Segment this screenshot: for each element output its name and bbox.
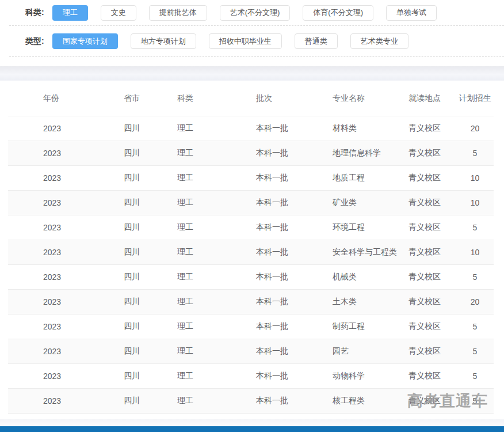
subject-options: 理工文史提前批艺体艺术(不分文理)体育(不分文理)单独考试 [52,5,449,21]
table-row: 2023四川理工本科一批材料类青义校区20 [8,116,494,141]
table-row: 2023四川理工本科一批安全科学与工程类青义校区10 [8,240,494,264]
table-cell: 20 [456,116,494,141]
table-cell: 土木类 [333,289,408,314]
table-cell: 制药工程 [333,314,408,339]
table-cell: 本科一批 [256,240,333,264]
table-cell: 10 [456,165,494,190]
table-cell: 青义校区 [408,215,456,240]
table-cell: 青义校区 [408,141,456,165]
type-filter-row: 类型: 国家专项计划地方专项计划招收中职毕业生普通类艺术类专业 [0,26,504,56]
table-cell: 理工 [177,264,256,289]
subject-option-2[interactable]: 文史 [101,5,136,21]
table-row: 2023四川理工本科一批土木类青义校区20 [8,289,494,314]
table-cell: 四川 [124,264,177,289]
table-cell: 机械类 [333,264,408,289]
table-cell: 动物科学 [333,363,408,388]
footer-gap [0,419,504,426]
column-header-4: 批次 [256,81,333,116]
filter-panel: 科类: 理工文史提前批艺体艺术(不分文理)体育(不分文理)单独考试 类型: 国家… [0,0,504,66]
table-cell: 2023 [8,240,124,264]
table-row: 2023四川理工本科一批核工程类青义校区5 [8,388,494,413]
table-cell: 2023 [8,363,124,388]
table-row: 2023四川理工本科一批园艺青义校区5 [8,339,494,363]
table-cell: 10 [456,190,494,215]
table-cell: 四川 [124,165,177,190]
type-option-3[interactable]: 招收中职毕业生 [209,33,282,49]
table-cell: 本科一批 [256,363,333,388]
table-cell: 2023 [8,388,124,413]
table-header-row: 年份省市科类批次专业名称就读地点计划招生 [8,81,494,116]
table-cell: 地质工程 [333,165,408,190]
subject-option-5[interactable]: 体育(不分文理) [303,5,373,21]
table-cell: 5 [456,339,494,363]
table-row: 2023四川理工本科一批地理信息科学青义校区5 [8,141,494,165]
table-body: 2023四川理工本科一批材料类青义校区202023四川理工本科一批地理信息科学青… [8,116,494,413]
table-cell: 20 [456,289,494,314]
table-cell: 理工 [177,289,256,314]
column-header-1: 年份 [8,81,124,116]
table-row: 2023四川理工本科一批矿业类青义校区10 [8,190,494,215]
type-filter-label: 类型: [25,36,44,47]
section-gap-band [0,66,504,81]
table-cell: 5 [456,388,494,413]
type-option-1[interactable]: 国家专项计划 [52,33,118,49]
table-cell: 四川 [124,240,177,264]
table-cell: 本科一批 [256,314,333,339]
table-cell: 青义校区 [408,314,456,339]
table-cell: 四川 [124,314,177,339]
panel-bottom-pad [0,57,504,66]
table-cell: 材料类 [333,116,408,141]
table-row: 2023四川理工本科一批机械类青义校区5 [8,264,494,289]
subject-option-4[interactable]: 艺术(不分文理) [220,5,291,21]
table-cell: 四川 [124,116,177,141]
results-card: 年份省市科类批次专业名称就读地点计划招生 2023四川理工本科一批材料类青义校区… [8,81,494,419]
type-option-2[interactable]: 地方专项计划 [131,33,196,49]
table-cell: 2023 [8,190,124,215]
subject-filter-row: 科类: 理工文史提前批艺体艺术(不分文理)体育(不分文理)单独考试 [0,0,504,25]
type-option-4[interactable]: 普通类 [295,33,338,49]
table-cell: 2023 [8,314,124,339]
table-cell: 青义校区 [408,388,456,413]
table-cell: 四川 [124,289,177,314]
table-row: 2023四川理工本科一批环境工程青义校区5 [8,215,494,240]
table-cell: 理工 [177,116,256,141]
table-cell: 四川 [124,388,177,413]
table-cell: 地理信息科学 [333,141,408,165]
table-cell: 青义校区 [408,190,456,215]
column-header-6: 就读地点 [408,81,456,116]
table-cell: 5 [456,314,494,339]
table-cell: 理工 [177,190,256,215]
type-option-5[interactable]: 艺术类专业 [350,33,408,49]
table-cell: 理工 [177,141,256,165]
subject-option-1[interactable]: 理工 [52,5,88,21]
subject-filter-label: 科类: [25,7,44,18]
table-cell: 2023 [8,264,124,289]
table-cell: 四川 [124,141,177,165]
footer-bar [0,426,504,432]
column-header-3: 科类 [177,81,256,116]
table-cell: 四川 [124,339,177,363]
table-cell: 2023 [8,215,124,240]
table-cell: 本科一批 [256,165,333,190]
table-cell: 理工 [177,388,256,413]
table-cell: 10 [456,240,494,264]
table-header: 年份省市科类批次专业名称就读地点计划招生 [8,81,494,116]
table-cell: 本科一批 [256,264,333,289]
table-cell: 本科一批 [256,388,333,413]
column-header-7: 计划招生 [456,81,494,116]
subject-option-6[interactable]: 单独考试 [386,5,437,21]
table-cell: 理工 [177,339,256,363]
page: 科类: 理工文史提前批艺体艺术(不分文理)体育(不分文理)单独考试 类型: 国家… [0,0,504,432]
subject-option-3[interactable]: 提前批艺体 [149,5,207,21]
table-cell: 青义校区 [408,289,456,314]
table-cell: 青义校区 [408,264,456,289]
table-cell: 核工程类 [333,388,408,413]
table-cell: 5 [456,215,494,240]
table-cell: 四川 [124,215,177,240]
table-cell: 本科一批 [256,339,333,363]
table-row: 2023四川理工本科一批地质工程青义校区10 [8,165,494,190]
table-cell: 安全科学与工程类 [333,240,408,264]
table-cell: 矿业类 [333,190,408,215]
table-cell: 本科一批 [256,141,333,165]
table-cell: 理工 [177,215,256,240]
